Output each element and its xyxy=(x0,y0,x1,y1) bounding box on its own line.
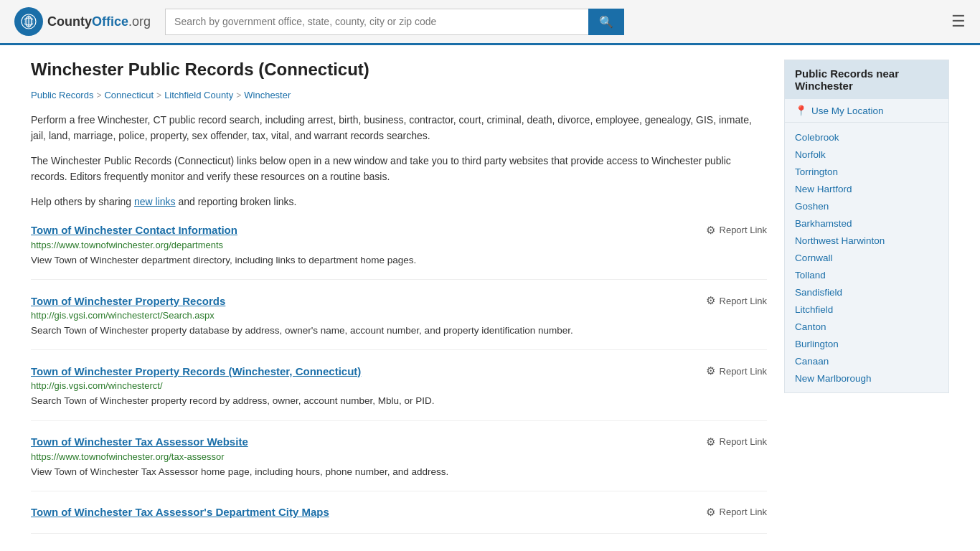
nearby-link[interactable]: Goshen xyxy=(795,201,829,212)
nearby-list-item: Northwest Harwinton xyxy=(785,232,948,249)
record-description: Search Town of Winchester property recor… xyxy=(31,394,767,408)
search-icon: 🔍 xyxy=(599,16,613,28)
breadcrumb-sep-3: > xyxy=(236,90,241,100)
record-entry: Town of Winchester Property Records (Win… xyxy=(31,364,767,420)
report-label: Report Link xyxy=(720,296,767,306)
nearby-link[interactable]: Canaan xyxy=(795,356,829,367)
nearby-list-item: Norfolk xyxy=(785,146,948,163)
nearby-list-item: Canton xyxy=(785,318,948,335)
nearby-list-item: Canaan xyxy=(785,352,948,369)
nearby-list-item: New Marlborough xyxy=(785,369,948,387)
description-3-post: and reporting broken links. xyxy=(176,196,297,207)
record-entry: Town of Winchester Contact Information⚙R… xyxy=(31,224,767,280)
nearby-link[interactable]: Torrington xyxy=(795,166,838,177)
logo-office: Office xyxy=(92,14,128,29)
record-url[interactable]: https://www.townofwinchester.org/tax-ass… xyxy=(31,451,767,462)
nearby-link[interactable]: Canton xyxy=(795,321,826,332)
report-label: Report Link xyxy=(720,225,767,235)
nearby-list-item: Barkhamsted xyxy=(785,215,948,232)
new-links-link[interactable]: new links xyxy=(134,196,176,207)
logo-icon xyxy=(14,7,43,36)
breadcrumb-winchester[interactable]: Winchester xyxy=(244,90,291,100)
site-logo[interactable]: CountyOffice.org xyxy=(14,7,151,36)
nearby-link[interactable]: Northwest Harwinton xyxy=(795,235,885,246)
report-label: Report Link xyxy=(720,507,767,517)
report-label: Report Link xyxy=(720,436,767,447)
report-icon: ⚙ xyxy=(706,294,715,307)
search-input[interactable] xyxy=(165,9,588,35)
nearby-list-item: Sandisfield xyxy=(785,283,948,301)
description-3: Help others by sharing new links and rep… xyxy=(31,194,767,209)
breadcrumb-public-records[interactable]: Public Records xyxy=(31,90,93,100)
record-url[interactable]: https://www.townofwinchester.org/departm… xyxy=(31,240,767,250)
report-link-button[interactable]: ⚙Report Link xyxy=(706,364,767,377)
sidebar-title: Public Records near Winchester xyxy=(785,60,948,99)
record-description: View Town of Winchester department direc… xyxy=(31,253,767,268)
breadcrumb-sep-2: > xyxy=(156,90,161,100)
record-entry: Town of Winchester Tax Assessor's Depart… xyxy=(31,506,767,534)
report-icon: ⚙ xyxy=(706,435,715,448)
record-header: Town of Winchester Property Records (Win… xyxy=(31,364,767,377)
hamburger-icon: ☰ xyxy=(951,12,966,30)
record-entry: Town of Winchester Property Records⚙Repo… xyxy=(31,294,767,350)
nearby-list: ColebrookNorfolkTorringtonNew HartfordGo… xyxy=(785,123,948,392)
nearby-link[interactable]: New Hartford xyxy=(795,184,852,194)
nearby-link[interactable]: Burlington xyxy=(795,339,839,349)
record-title[interactable]: Town of Winchester Tax Assessor's Depart… xyxy=(31,506,329,518)
nearby-link[interactable]: Norfolk xyxy=(795,149,826,160)
record-header: Town of Winchester Tax Assessor Website⚙… xyxy=(31,435,767,448)
report-icon: ⚙ xyxy=(706,224,715,237)
search-area: 🔍 xyxy=(165,9,624,35)
description-1: Perform a free Winchester, CT public rec… xyxy=(31,112,767,144)
description-2: The Winchester Public Records (Connectic… xyxy=(31,153,767,185)
page-title: Winchester Public Records (Connecticut) xyxy=(31,60,767,80)
nearby-list-item: Litchfield xyxy=(785,301,948,318)
breadcrumb: Public Records > Connecticut > Litchfiel… xyxy=(31,90,767,100)
breadcrumb-sep-1: > xyxy=(96,90,101,100)
report-link-button[interactable]: ⚙Report Link xyxy=(706,435,767,448)
report-icon: ⚙ xyxy=(706,364,715,377)
record-title[interactable]: Town of Winchester Contact Information xyxy=(31,224,237,236)
description-3-pre: Help others by sharing xyxy=(31,196,134,207)
use-my-location-label: Use My Location xyxy=(811,105,884,116)
record-title[interactable]: Town of Winchester Property Records xyxy=(31,295,225,307)
record-description: Search Town of Winchester property datab… xyxy=(31,324,767,338)
nearby-list-item: Goshen xyxy=(785,197,948,215)
nearby-list-item: Colebrook xyxy=(785,128,948,146)
record-header: Town of Winchester Property Records⚙Repo… xyxy=(31,294,767,307)
nearby-link[interactable]: Tolland xyxy=(795,270,826,281)
record-url[interactable]: http://gis.vgsi.com/winchesterct/Search.… xyxy=(31,310,767,321)
nearby-link[interactable]: New Marlborough xyxy=(795,373,872,384)
location-icon: 📍 xyxy=(795,105,807,116)
report-link-button[interactable]: ⚙Report Link xyxy=(706,506,767,519)
sidebar: Public Records near Winchester 📍 Use My … xyxy=(784,60,949,534)
nearby-list-item: New Hartford xyxy=(785,180,948,197)
report-label: Report Link xyxy=(720,366,767,377)
nearby-list-item: Cornwall xyxy=(785,249,948,266)
logo-org: .org xyxy=(128,14,151,29)
nearby-link[interactable]: Sandisfield xyxy=(795,287,842,298)
records-list: Town of Winchester Contact Information⚙R… xyxy=(31,224,767,534)
nearby-link[interactable]: Barkhamsted xyxy=(795,218,852,229)
record-title[interactable]: Town of Winchester Tax Assessor Website xyxy=(31,435,248,448)
report-link-button[interactable]: ⚙Report Link xyxy=(706,224,767,237)
record-description: View Town of Winchester Tax Assessor hom… xyxy=(31,465,767,479)
breadcrumb-connecticut[interactable]: Connecticut xyxy=(104,90,154,100)
search-button[interactable]: 🔍 xyxy=(588,9,624,35)
record-header: Town of Winchester Tax Assessor's Depart… xyxy=(31,506,767,519)
page-container: Winchester Public Records (Connecticut) … xyxy=(17,45,963,548)
nearby-link[interactable]: Colebrook xyxy=(795,132,839,143)
nearby-link[interactable]: Litchfield xyxy=(795,304,833,315)
breadcrumb-litchfield[interactable]: Litchfield County xyxy=(164,90,233,100)
nearby-list-item: Torrington xyxy=(785,163,948,180)
nearby-link[interactable]: Cornwall xyxy=(795,253,833,263)
record-entry: Town of Winchester Tax Assessor Website⚙… xyxy=(31,435,767,491)
report-link-button[interactable]: ⚙Report Link xyxy=(706,294,767,307)
record-title[interactable]: Town of Winchester Property Records (Win… xyxy=(31,365,361,377)
record-url[interactable]: http://gis.vgsi.com/winchesterct/ xyxy=(31,380,767,391)
nearby-list-item: Burlington xyxy=(785,335,948,352)
logo-text: CountyOffice.org xyxy=(47,14,151,29)
use-my-location[interactable]: 📍 Use My Location xyxy=(785,99,948,123)
menu-button[interactable]: ☰ xyxy=(951,12,966,31)
main-content: Winchester Public Records (Connecticut) … xyxy=(31,60,767,534)
